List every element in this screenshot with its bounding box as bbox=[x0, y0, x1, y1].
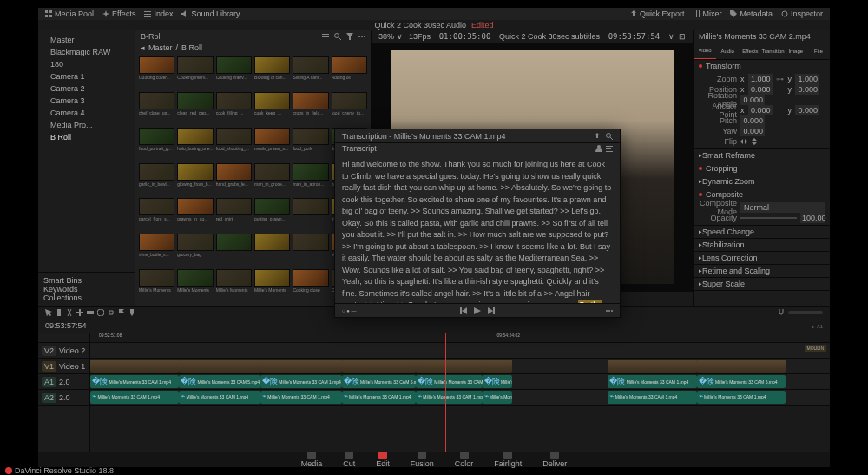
flag-icon[interactable] bbox=[118, 309, 125, 316]
zoom-slider[interactable] bbox=[788, 311, 823, 314]
timeline-clip[interactable] bbox=[483, 360, 512, 373]
clip-thumbnail[interactable]: wine_bottle_s... bbox=[139, 234, 174, 267]
track-a2[interactable]: ⌁ Millie's Moments 33 CAM 1.mp4⌁ Millie'… bbox=[90, 390, 830, 406]
anchor-y-input[interactable]: 0.000 bbox=[795, 105, 819, 115]
smart-bins-header[interactable]: Smart Bins bbox=[43, 276, 129, 285]
clip-thumbnail[interactable]: red_shirt bbox=[216, 198, 252, 231]
tab-file[interactable]: File bbox=[807, 43, 830, 59]
clip-thumbnail[interactable]: man_in_apron... bbox=[293, 163, 328, 196]
zoom-y-input[interactable]: 1.000 bbox=[795, 74, 819, 84]
clip-thumbnail[interactable]: Millie's Moments bbox=[139, 269, 174, 302]
clip-thumbnail[interactable]: cook_filling_... bbox=[216, 92, 252, 125]
clip-thumbnail[interactable]: Adding oil bbox=[332, 56, 367, 89]
timeline-audio-clip[interactable]: ⌁ Millie's Moments 33 CAM 1.mp4 bbox=[416, 391, 483, 404]
quick-export-button[interactable]: Quick Export bbox=[630, 10, 685, 18]
timeline-timecode[interactable]: 09:53:57:54 bbox=[45, 321, 87, 330]
playhead[interactable] bbox=[445, 333, 446, 452]
clip-thumbnail[interactable]: Cooking close bbox=[293, 269, 328, 302]
timeline-audio-clip[interactable]: ⌁ Millie's Moments 33 CAM 1.mp4 bbox=[483, 391, 512, 404]
bin-item[interactable]: Camera 1 bbox=[43, 70, 129, 82]
clip-thumbnail[interactable]: clean_red_cap... bbox=[177, 92, 213, 125]
bin-folder[interactable]: Blackmagic RAW bbox=[43, 46, 129, 58]
section-superscale[interactable]: ▸ Super Scale bbox=[694, 278, 830, 290]
zoom-x-input[interactable]: 1.000 bbox=[748, 74, 773, 84]
viewer-title[interactable]: Quick 2 Cook 30sec subtitles bbox=[499, 32, 600, 41]
tab-image[interactable]: Image bbox=[785, 43, 807, 59]
nav-edit[interactable]: Edit bbox=[376, 452, 390, 468]
track-a1[interactable]: �険 Millie's Moments 33 CAM 1.mp4�険 Milli… bbox=[90, 374, 830, 390]
timeline-audio-clip[interactable]: ⌁ Millie's Moments 33 CAM 1.mp4 bbox=[260, 391, 342, 404]
speaker-icon[interactable] bbox=[595, 145, 602, 152]
clip-thumbnail[interactable]: holo_boring_one... bbox=[177, 128, 213, 161]
text-icon[interactable] bbox=[606, 145, 613, 152]
bin-item[interactable]: Media Pro... bbox=[43, 119, 129, 131]
options-icon[interactable] bbox=[358, 33, 365, 40]
filter-icon[interactable] bbox=[346, 33, 353, 40]
timeline-marker[interactable]: MOULIN bbox=[805, 345, 826, 352]
nav-cut[interactable]: Cut bbox=[343, 452, 355, 468]
clip-thumbnail[interactable]: chef_close_up... bbox=[139, 92, 174, 125]
section-lens[interactable]: ▸ Lens Correction bbox=[694, 252, 830, 264]
inspector-toggle[interactable]: Inspector bbox=[781, 10, 823, 18]
next-icon[interactable] bbox=[488, 307, 495, 314]
clip-thumbnail[interactable]: man_in_groce... bbox=[254, 163, 290, 196]
nav-fairlight[interactable]: Fairlight bbox=[494, 452, 522, 468]
timeline-audio-clip[interactable]: �険 Millie's Moments 33 CAM 5.mp4 bbox=[697, 375, 786, 388]
bin-master[interactable]: Master bbox=[43, 34, 129, 46]
section-smart-reframe[interactable]: ▸ Smart Reframe bbox=[694, 149, 830, 162]
composite-mode-select[interactable]: Normal bbox=[740, 202, 825, 213]
section-transform[interactable]: Transform bbox=[694, 60, 830, 72]
bin-item[interactable]: Camera 2 bbox=[43, 82, 129, 95]
index-toggle[interactable]: Index bbox=[144, 10, 173, 18]
flip-v-icon[interactable] bbox=[751, 138, 758, 145]
nav-media[interactable]: Media bbox=[301, 452, 323, 468]
nav-deliver[interactable]: Deliver bbox=[542, 452, 567, 468]
timeline-audio-clip[interactable]: �険 Millie's Moments 33 CAM 1.mp4 bbox=[608, 375, 696, 388]
bin-item[interactable]: Camera 3 bbox=[43, 95, 129, 107]
clip-thumbnail[interactable]: putting_prawn... bbox=[254, 198, 290, 231]
timeline-clip[interactable] bbox=[90, 360, 179, 373]
clip-thumbnail[interactable]: grocery_bag bbox=[177, 234, 213, 267]
timeline-audio-clip[interactable]: �険 Millie's Moments 33 CAM 5.mp4 bbox=[483, 375, 512, 388]
timeline-clip[interactable] bbox=[608, 360, 696, 373]
tab-effects[interactable]: Effects bbox=[739, 43, 761, 59]
fit-percent[interactable]: 38% bbox=[378, 32, 394, 41]
section-cropping[interactable]: Cropping bbox=[694, 162, 830, 175]
section-retime[interactable]: ▸ Retime and Scaling bbox=[694, 265, 830, 277]
clip-thumbnail[interactable]: food_cherry_to... bbox=[332, 92, 367, 125]
mixer-toggle[interactable]: Mixer bbox=[693, 10, 721, 18]
pitch-input[interactable]: 0.000 bbox=[740, 115, 765, 126]
clip-thumbnail[interactable]: food_portrait_g... bbox=[139, 128, 174, 161]
bin-item[interactable]: 180 bbox=[43, 58, 129, 70]
pos-x-input[interactable]: 0.000 bbox=[748, 84, 773, 95]
clip-thumbnail[interactable]: crops_in_field... bbox=[293, 92, 328, 125]
pos-y-input[interactable]: 0.000 bbox=[795, 84, 819, 95]
clip-thumbnail[interactable]: glowing_from_b... bbox=[177, 163, 213, 196]
timeline-clip[interactable] bbox=[416, 360, 483, 373]
bin-item[interactable]: Camera 4 bbox=[43, 107, 129, 119]
clip-thumbnail[interactable]: cook_keep_... bbox=[254, 92, 290, 125]
transcript-text[interactable]: Hi and welcome to the show. Thank you so… bbox=[335, 154, 620, 303]
clip-thumbnail[interactable] bbox=[254, 234, 290, 267]
clip-thumbnail[interactable]: Millie's Moments bbox=[177, 269, 213, 302]
trim-tool-icon[interactable] bbox=[56, 309, 62, 316]
marker-icon[interactable] bbox=[128, 309, 135, 316]
tab-audio[interactable]: Audio bbox=[716, 43, 739, 59]
timeline-audio-clip[interactable]: ⌁ Millie's Moments 33 CAM 1.mp4 bbox=[697, 391, 786, 404]
track-v1[interactable] bbox=[90, 359, 830, 374]
anchor-x-input[interactable]: 0.000 bbox=[748, 105, 773, 115]
opacity-input[interactable]: 100.00 bbox=[800, 213, 825, 223]
options-icon[interactable] bbox=[606, 307, 613, 314]
nav-fusion[interactable]: Fusion bbox=[411, 452, 434, 468]
selection-tool-icon[interactable] bbox=[45, 309, 52, 316]
clip-thumbnail[interactable] bbox=[293, 198, 328, 231]
flip-h-icon[interactable] bbox=[740, 138, 747, 145]
insert-icon[interactable] bbox=[76, 309, 83, 316]
link-icon[interactable]: ⊶ bbox=[776, 75, 785, 83]
timeline-audio-clip[interactable]: �険 Millie's Moments 33 CAM 1.mp4 bbox=[260, 375, 342, 388]
track-v2[interactable] bbox=[90, 343, 830, 359]
clip-thumbnail[interactable]: food_shooting_... bbox=[216, 128, 252, 161]
prev-icon[interactable] bbox=[460, 307, 467, 314]
clip-thumbnail[interactable]: garlic_in_bowl... bbox=[139, 163, 174, 196]
sound-library-toggle[interactable]: Sound Library bbox=[181, 10, 240, 18]
